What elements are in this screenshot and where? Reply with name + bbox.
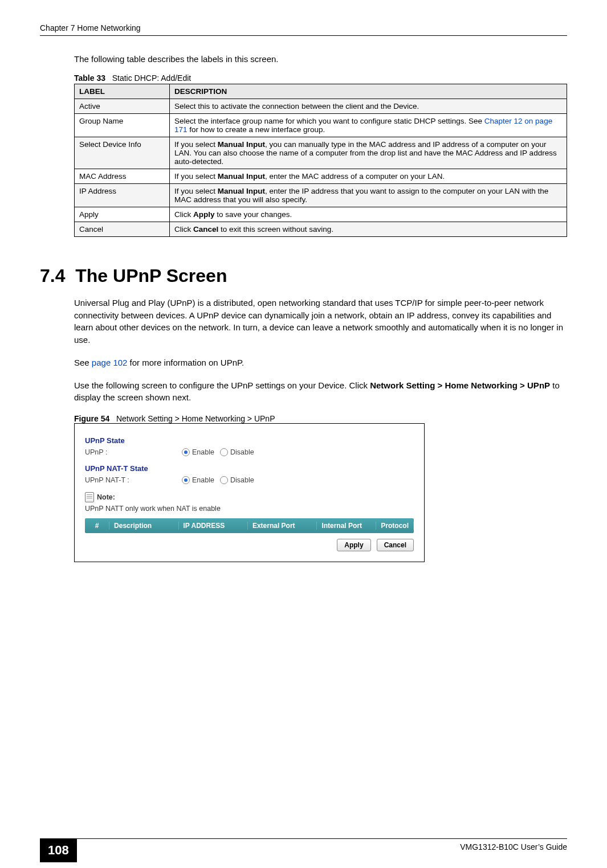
col-hash: # — [85, 522, 109, 530]
row-label: IP Address — [75, 183, 170, 207]
upnp-disable-radio[interactable] — [220, 448, 228, 456]
section-title: The UPnP Screen — [75, 265, 227, 286]
figure-number: Figure 54 — [74, 414, 109, 423]
col-internal-port: Internal Port — [317, 522, 376, 530]
page-number: 108 — [40, 838, 77, 862]
row-label: MAC Address — [75, 169, 170, 183]
row-label: Cancel — [75, 222, 170, 236]
table-caption: Table 33 Static DHCP: Add/Edit — [74, 73, 567, 83]
disable-label: Disable — [230, 476, 254, 484]
natt-disable-radio[interactable] — [220, 476, 228, 484]
row-desc: Select the interface group name for whic… — [170, 113, 567, 137]
upnp-label: UPnP : — [85, 448, 182, 456]
row-label: Active — [75, 99, 170, 113]
col-ipaddress: IP ADDRESS — [179, 522, 248, 530]
table-row: Group Name Select the interface group na… — [75, 113, 567, 137]
enable-label: Enable — [192, 448, 214, 456]
table-row: Cancel Click Cancel to exit this screen … — [75, 222, 567, 236]
para-use-screen: Use the following screen to configure th… — [74, 379, 567, 404]
section-number: 7.4 — [40, 265, 65, 286]
figure-caption: Figure 54 Network Setting > Home Network… — [74, 414, 567, 423]
row-desc: If you select Manual Input, enter the MA… — [170, 169, 567, 183]
para-see-page: See page 102 for more information on UPn… — [74, 357, 567, 369]
row-desc: Click Cancel to exit this screen without… — [170, 222, 567, 236]
table-row: MAC Address If you select Manual Input, … — [75, 169, 567, 183]
upnp-figure: UPnP State UPnP : Enable Disable UPnP NA… — [74, 423, 425, 562]
apply-button[interactable]: Apply — [337, 539, 370, 551]
chapter-header: Chapter 7 Home Networking — [40, 23, 141, 32]
upnp-enable-radio[interactable] — [182, 448, 190, 456]
table-row: Active Select this to activate the conne… — [75, 99, 567, 113]
enable-label: Enable — [192, 476, 214, 484]
natt-enable-radio[interactable] — [182, 476, 190, 484]
upnp-state-heading: UPnP State — [85, 436, 414, 445]
table-row: Apply Click Apply to save your changes. — [75, 207, 567, 222]
table-title: Static DHCP: Add/Edit — [112, 73, 192, 83]
row-label: Group Name — [75, 113, 170, 137]
col-description: Description — [109, 522, 178, 530]
upnp-natt-label: UPnP NAT-T : — [85, 476, 182, 484]
table-row: Select Device Info If you select Manual … — [75, 137, 567, 169]
row-desc: Click Apply to save your changes. — [170, 207, 567, 222]
col-external-port: External Port — [248, 522, 317, 530]
th-description: DESCRIPTION — [170, 84, 567, 99]
row-desc: If you select Manual Input, enter the IP… — [170, 183, 567, 207]
section-heading: 7.4 The UPnP Screen — [40, 265, 567, 286]
col-protocol: Protocol — [376, 522, 414, 530]
upnp-natt-state-heading: UPnP NAT-T State — [85, 464, 414, 473]
note-text: UPnP NATT only work when NAT is enable — [85, 505, 414, 513]
th-label: LABEL — [75, 84, 170, 99]
link-page102[interactable]: page 102 — [92, 358, 128, 367]
row-desc: If you select Manual Input, you can manu… — [170, 137, 567, 169]
guide-name: VMG1312-B10C User’s Guide — [460, 839, 567, 851]
disable-label: Disable — [230, 448, 254, 456]
table-number: Table 33 — [74, 73, 105, 83]
port-table-header: # Description IP ADDRESS External Port I… — [85, 518, 414, 533]
table-row: IP Address If you select Manual Input, e… — [75, 183, 567, 207]
intro-text: The following table describes the labels… — [74, 53, 567, 65]
row-desc: Select this to activate the connection b… — [170, 99, 567, 113]
row-label: Select Device Info — [75, 137, 170, 169]
figure-title: Network Setting > Home Networking > UPnP — [116, 414, 275, 423]
note-icon — [85, 492, 94, 502]
static-dhcp-table: LABEL DESCRIPTION Active Select this to … — [74, 84, 567, 237]
cancel-button[interactable]: Cancel — [377, 539, 414, 551]
note-label: Note: — [97, 493, 115, 501]
para-upnp-intro: Universal Plug and Play (UPnP) is a dist… — [74, 297, 567, 346]
row-label: Apply — [75, 207, 170, 222]
